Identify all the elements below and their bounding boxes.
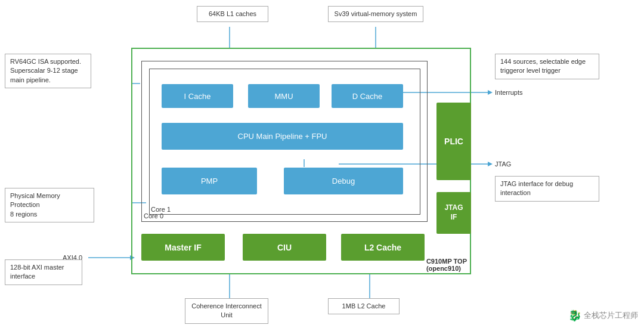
mmu-label: MMU — [274, 92, 293, 101]
interrupt-src-label: 144 sources, selectable edge triggeror l… — [495, 54, 599, 79]
chip-boundary: Core 0 Core 1 I Cache MMU D Cache — [131, 48, 471, 274]
plic-block: PLIC — [436, 103, 471, 180]
pmp-block: PMP — [162, 168, 257, 194]
cpu-pipeline-block: CPU Main Pipeline + FPU — [162, 123, 403, 150]
icache-block: I Cache — [162, 84, 233, 108]
icache-label: I Cache — [184, 92, 211, 101]
ciu-label: CIU — [277, 243, 292, 252]
cpu-pipeline-label: CPU Main Pipeline + FPU — [238, 132, 327, 141]
l1-caches-label: 64KB L1 caches — [197, 6, 268, 22]
watermark: 🐉 全栈芯片工程师 — [568, 309, 638, 322]
l2cache-label: L2 Cache — [364, 243, 401, 252]
svg-marker-7 — [488, 90, 493, 95]
jtag-if-block: JTAGIF — [436, 192, 471, 234]
coherence-label: Coherence InterconnectUnit — [185, 298, 268, 324]
core-outer: Core 0 Core 1 I Cache MMU D Cache — [141, 61, 428, 222]
mmu-block: MMU — [248, 84, 320, 108]
diagram-container: 64KB L1 caches Sv39 virtual-memory syste… — [0, 0, 644, 334]
interrupts-label: Interrupts — [495, 88, 522, 97]
dcache-label: D Cache — [352, 92, 383, 101]
pmp-label: PMP — [201, 177, 218, 185]
l2-desc-label: 1MB L2 Cache — [328, 298, 400, 314]
watermark-text: 全栈芯片工程师 — [584, 310, 638, 321]
chip-title: C910MP TOP(openc910) — [426, 258, 467, 272]
dcache-block: D Cache — [332, 84, 403, 108]
isa-label: RV64GC ISA supported.Superscalar 9-12 st… — [5, 54, 91, 88]
debug-block: Debug — [284, 168, 403, 194]
debug-label: Debug — [332, 177, 355, 185]
axi-desc-label: 128-bit AXI masterinterface — [5, 259, 82, 285]
pmp-regions-label: Physical Memory Protection8 regions — [5, 188, 94, 222]
jtag-desc-label: JTAG interface for debuginteraction — [495, 176, 599, 202]
jtag-if-label: JTAGIF — [444, 203, 463, 222]
master-if-label: Master IF — [165, 243, 201, 252]
jtag-label: JTAG — [495, 160, 511, 169]
l2cache-block: L2 Cache — [341, 234, 425, 261]
plic-label: PLIC — [444, 137, 463, 146]
sv39-label: Sv39 virtual-memory system — [328, 6, 423, 22]
ciu-block: CIU — [243, 234, 326, 261]
svg-marker-9 — [488, 162, 493, 166]
master-if-block: Master IF — [141, 234, 225, 261]
core1-label: Core 1 — [151, 206, 171, 213]
core1-box: Core 1 I Cache MMU D Cache CPU Main Pipe… — [149, 69, 420, 215]
